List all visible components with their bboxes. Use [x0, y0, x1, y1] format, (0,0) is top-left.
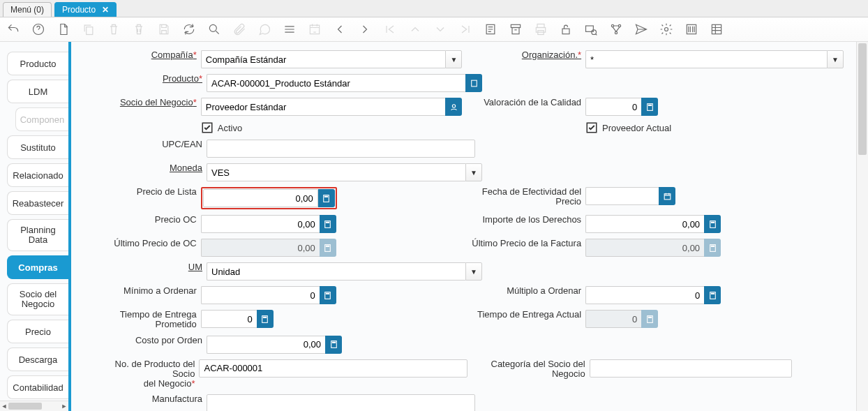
help-icon[interactable] [31, 22, 46, 37]
up-icon[interactable] [407, 22, 423, 37]
multiplo-ordenar-input[interactable] [585, 286, 704, 304]
calendar-icon[interactable] [659, 187, 675, 205]
upc-input[interactable] [207, 140, 475, 158]
side-tab-componentes[interactable]: Componen [15, 107, 68, 131]
calculator-icon[interactable] [320, 215, 336, 233]
side-tab-contabilidad[interactable]: Contabilidad [7, 375, 68, 399]
side-tab-reabastecer[interactable]: Reabastecer [7, 191, 68, 215]
calculator-icon[interactable] [641, 98, 658, 116]
next-icon[interactable] [357, 22, 373, 37]
request-icon[interactable] [634, 22, 649, 37]
manufactura-input[interactable] [207, 394, 475, 411]
last-icon[interactable] [458, 22, 473, 37]
delete-selected-icon[interactable] [131, 22, 147, 37]
min-ordenar-input[interactable] [201, 286, 320, 304]
window-tab-label: Menú (0) [10, 5, 44, 15]
scrollbar-thumb[interactable] [858, 43, 867, 155]
workflow-icon[interactable] [608, 22, 624, 37]
new-icon[interactable] [56, 22, 71, 37]
gear-icon[interactable] [659, 22, 674, 37]
scrollbar-thumb[interactable] [8, 403, 42, 410]
lock-icon[interactable] [558, 22, 574, 37]
first-icon[interactable] [382, 22, 398, 37]
side-tab-descarga[interactable]: Descarga [7, 348, 68, 371]
calculator-icon[interactable] [704, 215, 721, 233]
product-lookup-icon[interactable] [465, 74, 482, 92]
socio-input[interactable] [201, 98, 446, 116]
side-tab-label: Compras [18, 262, 57, 273]
vertical-scrollbar[interactable] [856, 42, 868, 411]
side-tab-relacionado[interactable]: Relacionado [7, 163, 68, 187]
side-tab-producto[interactable]: Producto [7, 52, 68, 75]
undo-icon[interactable] [6, 22, 21, 37]
producto-input[interactable] [207, 74, 465, 92]
costo-orden-input[interactable] [207, 336, 325, 354]
proveedor-actual-checkbox[interactable]: Proveedor Actual [585, 121, 671, 134]
archive-icon[interactable] [508, 22, 523, 37]
export-icon[interactable] [709, 22, 724, 37]
report-icon[interactable] [483, 22, 498, 37]
side-tab-planning[interactable]: PlanningData [7, 219, 68, 251]
producto-lookup[interactable] [207, 74, 482, 92]
window-tab-producto[interactable]: Producto ✕ [54, 2, 117, 17]
um-combo[interactable]: ▼ [207, 262, 482, 281]
precio-lista-input[interactable] [203, 189, 318, 207]
um-input[interactable] [207, 262, 465, 281]
save-icon[interactable] [156, 22, 172, 37]
calculator-icon[interactable] [325, 336, 342, 354]
side-horizontal-scrollbar[interactable]: ◄ ► [0, 401, 68, 411]
calculator-icon[interactable] [318, 189, 335, 207]
chevron-down-icon[interactable]: ▼ [465, 262, 482, 281]
side-tab-label: LDM [29, 87, 47, 97]
calculator-icon[interactable] [257, 310, 274, 328]
side-tab-sustituto[interactable]: Sustituto [7, 135, 68, 159]
activo-checkbox[interactable]: Activo [201, 121, 242, 134]
importe-derechos-input[interactable] [585, 215, 704, 233]
chevron-down-icon[interactable]: ▼ [445, 50, 462, 68]
tiempo-entrega-prometido-input[interactable] [201, 310, 257, 328]
side-tab-ldm[interactable]: LDM [7, 80, 68, 103]
scroll-left-icon[interactable]: ◄ [0, 401, 8, 411]
window-tab-menu[interactable]: Menú (0) [3, 2, 52, 17]
side-tab-socio-negocio[interactable]: Socio delNegocio [7, 283, 68, 315]
chat-icon[interactable] [257, 22, 272, 37]
compania-combo[interactable]: ▼ [201, 50, 463, 68]
side-tab-compras[interactable]: Compras [7, 255, 68, 279]
search-icon[interactable] [207, 22, 222, 37]
chevron-down-icon[interactable]: ▼ [827, 50, 844, 68]
precio-oc-input[interactable] [201, 215, 320, 233]
svg-rect-10 [562, 29, 569, 33]
chevron-down-icon[interactable]: ▼ [465, 163, 482, 181]
side-tab-label: Reabastecer [13, 198, 64, 209]
categoria-socio-input[interactable] [590, 359, 792, 378]
producto-label: Producto* [163, 74, 202, 84]
grid-icon[interactable] [282, 22, 297, 37]
calculator-icon[interactable] [320, 286, 336, 304]
socio-lookup[interactable] [201, 98, 463, 116]
organizacion-input[interactable] [585, 50, 827, 68]
product-info-icon[interactable] [684, 22, 699, 37]
down-icon[interactable] [433, 22, 448, 37]
attachment-icon[interactable] [232, 22, 247, 37]
moneda-input[interactable] [207, 163, 465, 181]
svg-rect-33 [326, 245, 329, 246]
no-producto-socio-input[interactable] [199, 359, 467, 378]
organizacion-combo[interactable]: ▼ [585, 50, 844, 68]
moneda-combo[interactable]: ▼ [207, 163, 482, 181]
refresh-icon[interactable] [181, 22, 197, 37]
calculator-icon[interactable] [704, 286, 721, 304]
scroll-right-icon[interactable]: ► [60, 401, 68, 411]
close-icon[interactable]: ✕ [102, 5, 109, 15]
prev-icon[interactable] [332, 22, 347, 37]
valoracion-input[interactable] [585, 98, 641, 116]
zoom-icon[interactable] [583, 22, 599, 37]
bpartner-lookup-icon[interactable] [445, 98, 462, 116]
compania-input[interactable] [201, 50, 446, 68]
fecha-efectividad-input[interactable] [585, 187, 659, 205]
print-icon[interactable] [533, 22, 548, 37]
side-tab-precio[interactable]: Precio [7, 320, 68, 343]
delete-icon[interactable] [106, 22, 121, 37]
activo-label: Activo [218, 123, 242, 133]
copy-icon[interactable] [81, 22, 96, 37]
history-icon[interactable] [307, 22, 322, 37]
